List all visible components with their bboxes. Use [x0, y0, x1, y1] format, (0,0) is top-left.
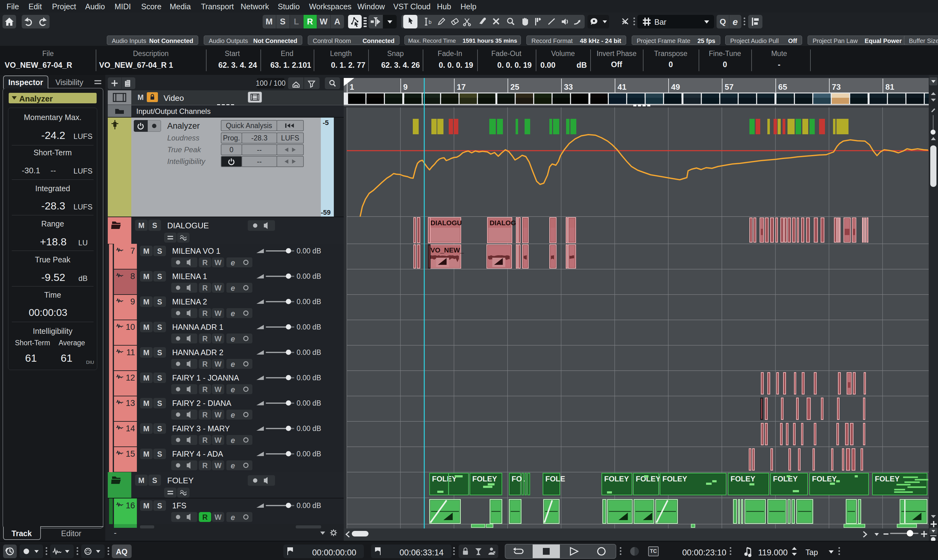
svg-text:33: 33: [564, 82, 573, 92]
svg-text:FOLEY: FOLEY: [812, 475, 837, 483]
svg-text:FOLEY: FOLEY: [604, 475, 629, 483]
svg-text:FOLEY: FOLEY: [731, 475, 755, 483]
svg-text:FOLEY: FOLEY: [472, 475, 497, 483]
svg-text:FOLEY: FOLEY: [773, 475, 798, 483]
svg-text:1: 1: [350, 82, 354, 92]
svg-text:DIALOG: DIALOG: [490, 219, 516, 227]
svg-text:17: 17: [457, 82, 466, 92]
svg-text:FOL: FOL: [512, 475, 526, 483]
svg-text:65: 65: [778, 82, 787, 92]
svg-text:FOLEY: FOLEY: [432, 475, 457, 483]
svg-text:49: 49: [671, 82, 680, 92]
svg-text:81: 81: [886, 82, 894, 92]
svg-text:25: 25: [510, 82, 519, 92]
svg-text:VO_NEW_: VO_NEW_: [430, 246, 464, 254]
svg-text:b: b: [429, 19, 431, 25]
svg-text:73: 73: [832, 82, 841, 92]
svg-text:FOLEY: FOLEY: [662, 475, 687, 483]
svg-text:57: 57: [725, 82, 734, 92]
svg-text:FOLE: FOLE: [545, 475, 565, 483]
svg-text:9: 9: [403, 82, 407, 92]
svg-text:DIALOGU: DIALOGU: [430, 219, 462, 227]
svg-text:41: 41: [617, 82, 626, 92]
svg-text:FOLEY: FOLEY: [875, 475, 899, 483]
